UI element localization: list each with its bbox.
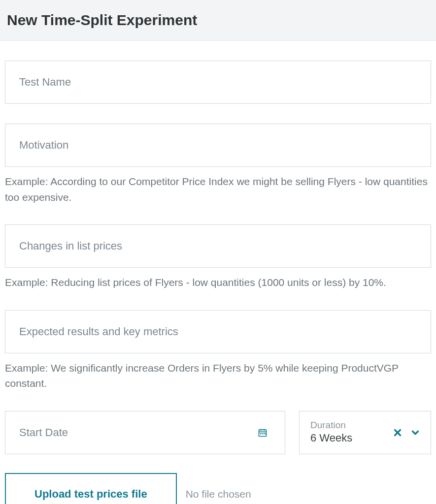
duration-text: Duration 6 Weeks [310, 420, 386, 445]
motivation-input[interactable] [5, 124, 431, 167]
clear-duration-icon[interactable] [391, 426, 404, 439]
svg-rect-6 [264, 433, 266, 434]
changes-input[interactable] [5, 224, 431, 268]
expected-field [5, 310, 431, 353]
changes-hint: Example: Reducing list prices of Flyers … [5, 275, 431, 290]
duration-select[interactable]: Duration 6 Weeks [299, 411, 431, 454]
start-date-input[interactable] [5, 411, 285, 454]
upload-button[interactable]: Upload test prices file [5, 473, 177, 504]
expected-input[interactable] [5, 310, 431, 353]
experiment-form: Example: According to our Competitor Pri… [0, 61, 436, 504]
motivation-field [5, 124, 431, 167]
motivation-hint: Example: According to our Competitor Pri… [5, 174, 431, 205]
duration-value: 6 Weeks [310, 431, 386, 445]
expected-hint: Example: We significantly increase Order… [5, 360, 431, 391]
chevron-down-icon[interactable] [409, 426, 422, 439]
page-header: New Time-Split Experiment [0, 0, 436, 41]
svg-rect-5 [262, 433, 264, 434]
calendar-icon[interactable] [258, 428, 268, 438]
upload-row: Upload test prices file No file chosen [5, 473, 431, 504]
start-date-field [5, 411, 285, 454]
test-name-input[interactable] [5, 61, 431, 104]
date-duration-row: Duration 6 Weeks [5, 411, 431, 454]
test-name-field [5, 61, 431, 104]
upload-status: No file chosen [186, 488, 251, 500]
changes-field [5, 224, 431, 268]
duration-label: Duration [310, 420, 386, 431]
page-title: New Time-Split Experiment [7, 12, 429, 29]
svg-rect-4 [260, 433, 262, 434]
